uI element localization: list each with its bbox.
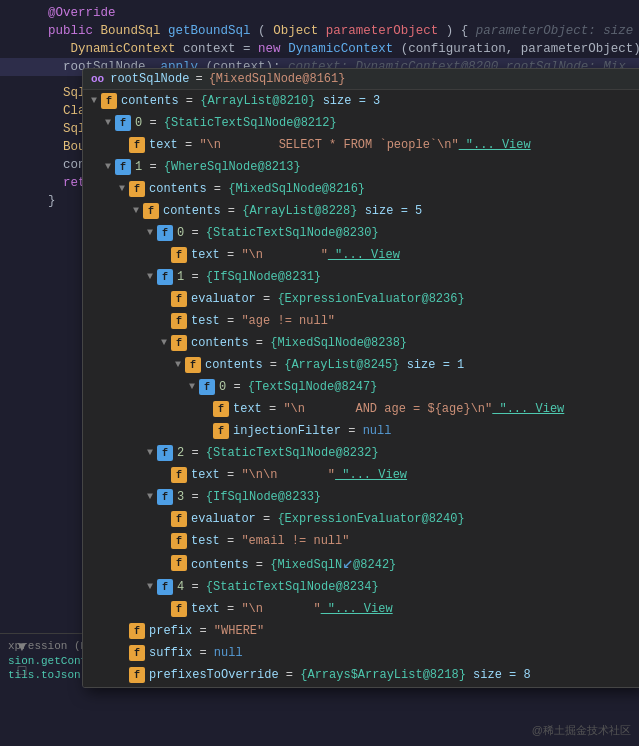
tree-arrow-where-contents[interactable] <box>115 179 129 199</box>
tree-arrow-arr-4[interactable] <box>143 577 157 597</box>
tree-container: f contents = {ArrayList@8210} size = 3 f… <box>83 90 639 688</box>
tree-arrow-arr-3[interactable] <box>143 487 157 507</box>
tree-item-test-email[interactable]: f test = "email != null" <box>83 530 639 552</box>
tree-item-text-arr-0[interactable]: f text = "\n " "... View <box>83 244 639 266</box>
tree-item-arr-4[interactable]: f 4 = {StaticTextSqlNode@8234} <box>83 576 639 598</box>
watermark: @稀土掘金技术社区 <box>532 723 631 738</box>
f-icon-evaluator-3: f <box>171 511 187 527</box>
f-icon-where-contents: f <box>129 181 145 197</box>
tree-arrow-mixed-contents[interactable] <box>129 201 143 221</box>
tree-arrow-contents-if[interactable] <box>157 333 171 353</box>
tree-item-contents-where[interactable]: f contents = {MixedSqlNode@8216} <box>83 178 639 200</box>
f-icon-arr-3: f <box>157 489 173 505</box>
tree-item-contents-arr1[interactable]: f contents = {ArrayList@8245} size = 1 <box>83 354 639 376</box>
cursor-pointer: ↙ <box>342 553 353 573</box>
tree-item-arr-2[interactable]: f 2 = {StaticTextSqlNode@8232} <box>83 442 639 464</box>
tree-item-contents-if[interactable]: f contents = {MixedSqlNode@8238} <box>83 332 639 354</box>
f-icon-text-age: f <box>213 401 229 417</box>
f-icon-contents-arr1: f <box>185 357 201 373</box>
f-icon-text-arr-0: f <box>171 247 187 263</box>
f-icon-0: f <box>115 115 131 131</box>
f-icon-test-age: f <box>171 313 187 329</box>
tree-item-text-node[interactable]: f 0 = {TextSqlNode@8247} <box>83 376 639 398</box>
tree-item-contents-email[interactable]: f contents = {MixedSqlN ↙ @8242} <box>83 552 639 576</box>
f-icon-text-2: f <box>171 467 187 483</box>
popup-header: oo rootSqlNode = {MixedSqlNode@8161} <box>83 69 639 90</box>
tree-item-contents-mixed[interactable]: f contents = {ArrayList@8228} size = 5 <box>83 200 639 222</box>
tree-arrow-contents[interactable] <box>87 91 101 111</box>
f-icon-test-email: f <box>171 533 187 549</box>
tree-arrow-1[interactable] <box>101 157 115 177</box>
f-icon-text-node: f <box>199 379 215 395</box>
tree-item-contents[interactable]: f contents = {ArrayList@8210} size = 3 <box>83 90 639 112</box>
tree-item-suffix[interactable]: f suffix = null <box>83 642 639 664</box>
f-icon-1: f <box>115 159 131 175</box>
tree-item-prefix[interactable]: f prefix = "WHERE" <box>83 620 639 642</box>
variable-inspector-popup[interactable]: oo rootSqlNode = {MixedSqlNode@8161} f c… <box>82 68 639 688</box>
panel-icon-window[interactable]: □ <box>12 661 32 681</box>
code-line-3: DynamicContext context = new DynamicCont… <box>0 40 639 58</box>
f-icon-injection: f <box>213 423 229 439</box>
tree-arrow-arr-2[interactable] <box>143 443 157 463</box>
tree-arrow-arr-1[interactable] <box>143 267 157 287</box>
tree-item-suffixes-override[interactable]: f suffixesToOverride = null <box>83 686 639 688</box>
tree-arrow-arr-0[interactable] <box>143 223 157 243</box>
f-icon-suffix: f <box>129 645 145 661</box>
tree-item-prefixes-override[interactable]: f prefixesToOverride = {Arrays$ArrayList… <box>83 664 639 686</box>
tree-item-text-0[interactable]: f text = "\n SELECT * FROM `people`\n" "… <box>83 134 639 156</box>
f-icon-contents-email: f <box>171 555 187 571</box>
tree-item-evaluator-3[interactable]: f evaluator = {ExpressionEvaluator@8240} <box>83 508 639 530</box>
panel-icon-down[interactable]: ▼ <box>12 637 32 657</box>
popup-var-name: rootSqlNode <box>110 72 189 86</box>
tree-arrow-0[interactable] <box>101 113 115 133</box>
tree-item-0[interactable]: f 0 = {StaticTextSqlNode@8212} <box>83 112 639 134</box>
tree-item-evaluator[interactable]: f evaluator = {ExpressionEvaluator@8236} <box>83 288 639 310</box>
panel-icon-group: ▼ □ <box>12 637 32 681</box>
f-icon-mixed-contents: f <box>143 203 159 219</box>
f-icon-arr-4: f <box>157 579 173 595</box>
tree-item-1[interactable]: f 1 = {WhereSqlNode@8213} <box>83 156 639 178</box>
popup-eq: = <box>195 72 202 86</box>
tree-item-text-2[interactable]: f text = "\n\n " "... View <box>83 464 639 486</box>
f-icon-arr-2: f <box>157 445 173 461</box>
f-icon-text-4: f <box>171 601 187 617</box>
f-icon-arr-0: f <box>157 225 173 241</box>
tree-item-arr-3[interactable]: f 3 = {IfSqlNode@8233} <box>83 486 639 508</box>
code-line-1: @Override <box>0 4 639 22</box>
f-icon-evaluator: f <box>171 291 187 307</box>
f-icon-prefixes-override: f <box>129 667 145 683</box>
tree-arrow-text-node[interactable] <box>185 377 199 397</box>
tree-item-arr-1[interactable]: f 1 = {IfSqlNode@8231} <box>83 266 639 288</box>
f-icon-arr-1: f <box>157 269 173 285</box>
tree-item-test-age[interactable]: f test = "age != null" <box>83 310 639 332</box>
popup-val: {MixedSqlNode@8161} <box>209 72 346 86</box>
f-icon-contents: f <box>101 93 117 109</box>
tree-arrow-contents-arr1[interactable] <box>171 355 185 375</box>
tree-item-text-4[interactable]: f text = "\n " "... View <box>83 598 639 620</box>
tree-item-text-age[interactable]: f text = "\n AND age = ${age}\n" "... Vi… <box>83 398 639 420</box>
tree-item-arr-0[interactable]: f 0 = {StaticTextSqlNode@8230} <box>83 222 639 244</box>
tree-item-injection-filter[interactable]: f injectionFilter = null <box>83 420 639 442</box>
f-icon-contents-if: f <box>171 335 187 351</box>
f-icon-text-0: f <box>129 137 145 153</box>
f-icon-prefix: f <box>129 623 145 639</box>
code-line-2: public BoundSql getBoundSql ( Object par… <box>0 22 639 40</box>
object-icon: oo <box>91 73 104 85</box>
